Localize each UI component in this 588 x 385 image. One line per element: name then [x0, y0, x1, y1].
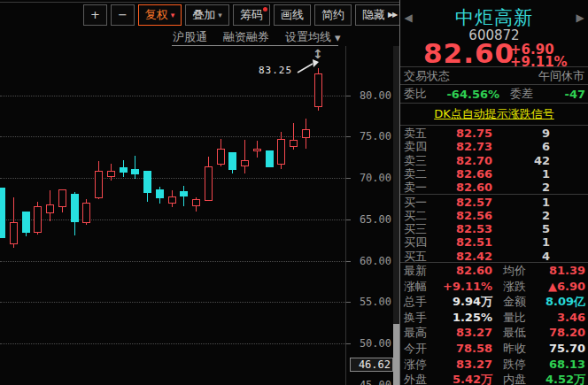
ask-qty: 9 — [492, 127, 588, 140]
y-axis-label: 55.00 — [351, 296, 391, 308]
stat-value: +9.11% — [430, 279, 492, 295]
trade-status-label: 交易状态 — [400, 68, 450, 84]
dk-signal-link[interactable]: DK点自动提示涨跌信号 — [400, 106, 588, 122]
stat-label: 均价 — [492, 263, 538, 279]
weicha-value: -47 — [542, 88, 588, 101]
ask-row: 卖五82.759 — [400, 127, 588, 140]
stat-value: 78.20 — [538, 325, 588, 341]
ask-price: 82.60 — [430, 181, 492, 194]
stat-label: 总手 — [400, 294, 430, 310]
y-axis-cursor-value: 46.62 — [350, 358, 393, 372]
stat-label: 内盘 — [492, 372, 538, 385]
bid-qty: 2 — [492, 209, 588, 222]
ask-qty: 42 — [492, 154, 588, 167]
candle — [290, 140, 298, 146]
candle — [253, 149, 261, 151]
candle — [314, 73, 322, 107]
divider — [400, 84, 588, 85]
candle — [241, 160, 249, 166]
bid-label: 买二 — [400, 209, 430, 222]
candle — [82, 203, 90, 223]
candle — [10, 222, 18, 244]
bid-qty: 1 — [492, 235, 588, 249]
price-annotation: 83.25 — [259, 65, 292, 76]
stat-label: 今开 — [400, 341, 430, 357]
next-stock-icon[interactable]: ▶ — [572, 12, 588, 24]
last-price: 82.60 — [423, 37, 514, 69]
y-axis-label: 80.00 — [351, 89, 391, 102]
gridline — [0, 343, 345, 344]
stock-name: 中炬高新 — [416, 5, 572, 30]
candle — [277, 139, 285, 165]
stats-row: 涨幅+9.11%涨跌▲6.90 — [400, 279, 588, 295]
ask-price: 82.73 — [430, 140, 492, 153]
bid-row: 买四82.511 — [400, 235, 588, 249]
ask-row: 卖三82.7042 — [400, 154, 588, 167]
ask-row: 卖二82.661 — [400, 167, 588, 181]
gridline — [0, 302, 345, 303]
divider — [400, 125, 588, 126]
bid-qty: 4 — [492, 250, 588, 263]
candle — [156, 189, 164, 198]
stat-value: 83.27 — [430, 357, 492, 373]
stat-label: 涨停 — [400, 357, 430, 373]
stat-value: 8.09亿 — [538, 294, 588, 310]
candle — [22, 212, 30, 232]
bid-book: 买一82.571 买二82.562 买三82.535 买四82.511 买五82… — [400, 196, 588, 263]
candle — [302, 129, 310, 138]
chart-pane: + − 复权▾ 叠加▾ 筹码 画线 简约 隐藏▶▶ — [0, 0, 399, 385]
bid-price: 82.42 — [430, 250, 492, 263]
y-axis-label: 50.00 — [351, 337, 391, 350]
chart-scrollbar-thumb[interactable] — [393, 324, 399, 385]
gridline — [0, 96, 345, 96]
bid-row: 买五82.424 — [400, 250, 588, 263]
stat-value: 5.42万 — [430, 372, 492, 385]
candle — [131, 169, 139, 175]
stat-value: 3.46 — [538, 310, 588, 326]
bid-qty: 1 — [492, 196, 588, 209]
stats-panel: 最新82.60均价81.39 涨幅+9.11%涨跌▲6.90 总手9.94万金额… — [400, 263, 588, 385]
weibi-value: -64.56% — [430, 88, 499, 101]
trade-status-value: 午间休市 — [450, 68, 588, 84]
candle — [168, 196, 176, 204]
bid-row: 买二82.562 — [400, 209, 588, 222]
annotation-arrow-icon — [296, 59, 319, 75]
bid-price: 82.57 — [430, 196, 492, 209]
bid-label: 买一 — [400, 196, 430, 209]
bid-label: 买五 — [400, 250, 430, 263]
candle — [180, 191, 188, 196]
stats-row: 最新82.60均价81.39 — [400, 263, 588, 279]
stats-row: 总手9.94万金额8.09亿 — [400, 294, 588, 310]
candle — [120, 167, 128, 173]
divider — [400, 66, 588, 67]
stat-label: 最高 — [400, 325, 430, 341]
ask-label: 卖一 — [400, 181, 430, 194]
bid-price: 82.56 — [430, 209, 492, 222]
candle — [46, 204, 54, 213]
y-axis-label: 75.00 — [351, 130, 391, 142]
ask-row: 卖四82.736 — [400, 140, 588, 153]
candle-wick — [135, 156, 135, 179]
stat-value: 9.94万 — [430, 294, 492, 310]
stat-label: 涨跌 — [492, 279, 538, 295]
ask-qty: 6 — [492, 140, 588, 153]
gridline — [0, 178, 345, 179]
candle — [205, 166, 213, 201]
candle — [0, 188, 5, 238]
bid-label: 买四 — [400, 235, 430, 249]
stat-value: 68.13 — [538, 357, 588, 373]
bid-row: 买三82.535 — [400, 222, 588, 235]
candle — [192, 199, 200, 205]
ask-label: 卖五 — [400, 127, 430, 140]
bid-price: 82.53 — [430, 222, 492, 235]
stat-value: 81.39 — [538, 263, 588, 279]
bid-row: 买一82.571 — [400, 196, 588, 209]
stat-label: 金额 — [492, 294, 538, 310]
kline-plot: 80.0075.0070.0065.0060.0055.0050.00 46.6… — [0, 0, 399, 385]
bid-label: 买三 — [400, 222, 430, 235]
ask-label: 卖三 — [400, 154, 430, 167]
stat-label: 量比 — [492, 310, 538, 326]
prev-stock-icon[interactable]: ◀ — [400, 12, 416, 24]
stat-label: 最低 — [492, 325, 538, 341]
stats-row: 换手1.25%量比3.46 — [400, 310, 588, 326]
